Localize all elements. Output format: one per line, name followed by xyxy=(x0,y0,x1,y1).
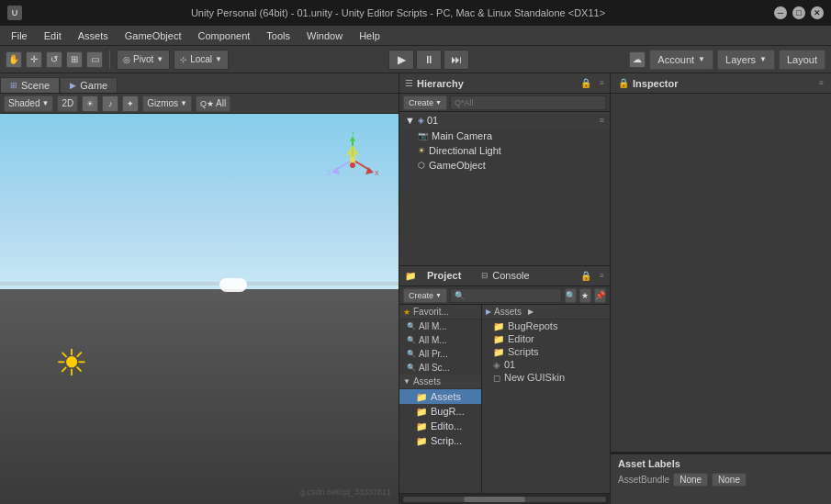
assets-section-header: ▶ Assets ▶ xyxy=(482,305,610,319)
favorites-label: Favorit... xyxy=(413,307,449,317)
scale-tool[interactable]: ⊞ xyxy=(66,51,83,68)
project-filter-icon[interactable]: ★ xyxy=(579,288,591,303)
fav-item-0[interactable]: 🔍 All M... xyxy=(399,319,481,333)
camera-icon: 📷 xyxy=(418,131,428,140)
rect-tool[interactable]: ▭ xyxy=(86,51,103,68)
pause-button[interactable]: ⏸ xyxy=(416,50,442,70)
rotate-tool[interactable]: ↺ xyxy=(46,51,62,68)
project-panel: 📁 Project ⊟ Console 🔒 ≡ Create ▼ xyxy=(399,266,610,504)
assets-item-guiskin[interactable]: ◻ New GUISkin xyxy=(482,371,610,384)
assets-item-editor[interactable]: 📁 Editor xyxy=(482,332,610,345)
gizmos-dropdown[interactable]: Gizmos ▼ xyxy=(142,95,192,112)
minimize-button[interactable]: ─ xyxy=(774,6,787,19)
layers-button[interactable]: Layers ▼ xyxy=(717,50,775,70)
move-tool[interactable]: ✛ xyxy=(26,51,42,68)
asset-bundle-none2[interactable]: None xyxy=(712,473,747,487)
account-dropdown-icon: ▼ xyxy=(698,55,705,63)
project-menu-icon[interactable]: ≡ xyxy=(600,272,604,280)
favorites-section: ★ Favorit... xyxy=(399,305,481,319)
effects-button[interactable]: ✦ xyxy=(122,95,139,112)
left-tree-bugr[interactable]: 📁 BugR... xyxy=(399,404,481,419)
inspector-lock-icon[interactable]: 🔒 xyxy=(618,78,629,88)
svg-marker-1 xyxy=(350,136,355,141)
tab-console[interactable]: ⊟ Console xyxy=(472,268,538,283)
hierarchy-title: Hierarchy xyxy=(417,78,574,89)
hierarchy-search-input[interactable] xyxy=(450,95,606,110)
project-toolbar: Create ▼ 🔍 ★ 📌 xyxy=(399,286,610,305)
project-right-content: ▶ Assets ▶ 📁 BugRepots 📁 Editor 📁 S xyxy=(482,305,610,493)
assets-item-01[interactable]: ◈ 01 xyxy=(482,358,610,371)
bugr-folder-icon: 📁 xyxy=(416,407,427,417)
fav-item-2[interactable]: 🔍 All Pr... xyxy=(399,347,481,361)
tab-project[interactable]: Project xyxy=(418,268,470,283)
fav-item-1[interactable]: 🔍 All M... xyxy=(399,333,481,347)
hand-tool[interactable]: ✋ xyxy=(6,51,22,68)
project-search-icon[interactable]: 🔍 xyxy=(565,288,577,303)
hierarchy-icon: ☰ xyxy=(405,78,413,88)
tab-scene[interactable]: ⊞ Scene xyxy=(0,77,60,93)
project-search-input[interactable] xyxy=(450,288,562,303)
fav-item-label-1: All M... xyxy=(419,335,447,345)
asset-bundle-none1[interactable]: None xyxy=(673,473,708,487)
account-label: Account xyxy=(657,54,694,65)
scene-ground xyxy=(0,289,399,504)
play-button[interactable]: ▶ xyxy=(388,50,414,70)
gizmos-dropdown-icon: ▼ xyxy=(180,99,187,107)
scrollbar-thumb[interactable] xyxy=(464,497,524,502)
bugr-label: BugR... xyxy=(431,406,465,417)
layout-button[interactable]: Layout xyxy=(779,50,825,70)
close-button[interactable]: ✕ xyxy=(811,6,824,19)
audio-button[interactable]: ♪ xyxy=(102,95,118,112)
menu-tools[interactable]: Tools xyxy=(259,28,298,43)
local-button[interactable]: ⊹ Local ▼ xyxy=(174,50,229,70)
tab-game[interactable]: ▶ Game xyxy=(60,77,118,93)
menu-window[interactable]: Window xyxy=(299,28,350,43)
search-scene[interactable]: Q★ All xyxy=(196,95,230,112)
tree-item-main-camera[interactable]: 📷 Main Camera xyxy=(399,129,610,143)
hierarchy-scene-root[interactable]: ▼ ◈ 01 ≡ xyxy=(399,112,610,129)
pivot-dropdown-icon: ▼ xyxy=(156,55,163,63)
scene-horizon xyxy=(0,282,399,286)
scene-view[interactable]: ☀ Y X xyxy=(0,114,399,504)
project-create-arrow: ▼ xyxy=(435,292,442,298)
left-tree-editor[interactable]: 📁 Edito... xyxy=(399,419,481,433)
hierarchy-lock-icon[interactable]: 🔒 xyxy=(578,78,594,88)
menu-edit[interactable]: Edit xyxy=(37,28,69,43)
assets-item-scripts[interactable]: 📁 Scripts xyxy=(482,345,610,358)
svg-point-11 xyxy=(350,162,355,168)
menu-help[interactable]: Help xyxy=(352,28,387,43)
scene-gizmo: Y X Z xyxy=(325,132,380,187)
maximize-button[interactable]: □ xyxy=(792,6,805,19)
project-lock-icon[interactable]: 🔒 xyxy=(578,271,594,281)
assets-item-bugrepots[interactable]: 📁 BugRepots xyxy=(482,319,610,332)
menu-component[interactable]: Component xyxy=(190,28,257,43)
menu-file[interactable]: File xyxy=(4,28,35,43)
hierarchy-create-button[interactable]: Create ▼ xyxy=(403,95,447,110)
step-button[interactable]: ⏭ xyxy=(444,50,469,70)
left-tree-assets[interactable]: 📁 Assets xyxy=(399,389,481,404)
pivot-button[interactable]: ◎ Pivot ▼ xyxy=(117,50,170,70)
cloud-button[interactable]: ☁ xyxy=(629,51,646,68)
project-pin-icon[interactable]: 📌 xyxy=(594,288,606,303)
left-tree-scripts[interactable]: 📁 Scrip... xyxy=(399,433,481,448)
inspector-title: Inspector xyxy=(633,78,679,89)
fav-item-3[interactable]: 🔍 All Sc... xyxy=(399,361,481,375)
inspector-menu-icon[interactable]: ≡ xyxy=(819,79,824,87)
scene-game-tabs: ⊞ Scene ▶ Game xyxy=(0,73,399,94)
tree-item-directional-light[interactable]: ☀ Directional Light xyxy=(399,143,610,158)
scene-root-label: 01 xyxy=(427,115,438,126)
lighting-button[interactable]: ☀ xyxy=(82,95,98,112)
menu-gameobject[interactable]: GameObject xyxy=(118,28,189,43)
hierarchy-menu-icon[interactable]: ≡ xyxy=(600,79,604,87)
project-scrollbar[interactable] xyxy=(399,493,610,504)
fav-search-icon-1: 🔍 xyxy=(407,336,416,344)
scene-01-label: 01 xyxy=(504,359,515,370)
2d-button[interactable]: 2D xyxy=(57,95,78,112)
title-bar: U Unity Personal (64bit) - 01.unity - Un… xyxy=(0,0,831,26)
account-button[interactable]: Account ▼ xyxy=(649,50,713,70)
shading-dropdown[interactable]: Shaded ▼ xyxy=(4,95,53,112)
tree-item-gameobject[interactable]: ⬡ GameObject xyxy=(399,158,610,173)
project-create-button[interactable]: Create ▼ xyxy=(403,288,447,303)
menu-assets[interactable]: Assets xyxy=(71,28,116,43)
fav-item-label-2: All Pr... xyxy=(419,349,448,359)
